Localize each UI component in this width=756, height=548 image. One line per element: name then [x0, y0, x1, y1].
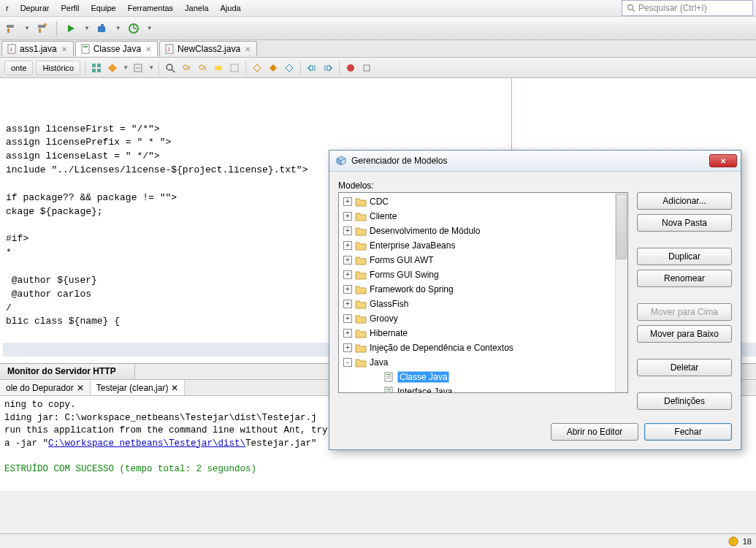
- debug-icon[interactable]: [94, 20, 110, 37]
- find-icon[interactable]: [164, 61, 177, 75]
- tree-folder[interactable]: +Cliente: [339, 209, 627, 224]
- history-button[interactable]: Histórico: [36, 61, 80, 75]
- expand-icon[interactable]: +: [343, 300, 352, 308]
- menu-item[interactable]: Perfil: [55, 1, 85, 15]
- tree-folder[interactable]: +Desenvolvimento de Módulo: [339, 224, 627, 238]
- tab[interactable]: J ass1.java ✕: [1, 41, 74, 56]
- record-icon[interactable]: [344, 61, 357, 75]
- tab[interactable]: J NewClass2.java ✕: [159, 41, 257, 56]
- tree-label: Interface Java: [397, 387, 452, 393]
- stop-icon[interactable]: [360, 61, 373, 75]
- close-button[interactable]: Fechar: [644, 423, 732, 441]
- close-icon[interactable]: ✕: [144, 45, 153, 53]
- status-bar: ! 18: [0, 533, 756, 548]
- expand-icon[interactable]: +: [343, 314, 352, 323]
- tree-folder[interactable]: +GlassFish: [339, 297, 627, 311]
- tree-folder[interactable]: -Java: [339, 355, 627, 370]
- expand-icon[interactable]: +: [343, 285, 352, 294]
- menu-item[interactable]: Equipe: [85, 1, 121, 15]
- folder-icon: [355, 283, 367, 295]
- search-input[interactable]: Pesquisar (Ctrl+I): [622, 0, 753, 16]
- profile-icon[interactable]: [126, 20, 142, 37]
- tree-item[interactable]: Classe Java: [339, 370, 627, 384]
- menu-item[interactable]: r: [0, 1, 15, 15]
- expand-icon[interactable]: +: [343, 241, 352, 250]
- http-monitor-tab[interactable]: Monitor do Servidor HTTP: [0, 364, 135, 379]
- rename-button[interactable]: Renomear: [637, 270, 732, 287]
- add-button[interactable]: Adicionar...: [637, 192, 732, 210]
- tree-label: Groovy: [370, 313, 398, 324]
- folder-icon: [355, 196, 367, 208]
- menu-item[interactable]: Depurar: [15, 1, 56, 15]
- find-prev-icon[interactable]: [180, 61, 193, 75]
- dialog-close-button[interactable]: ✕: [709, 154, 737, 167]
- svg-rect-42: [386, 389, 391, 390]
- dialog-titlebar[interactable]: Gerenciador de Modelos ✕: [329, 151, 741, 172]
- expand-icon[interactable]: +: [343, 227, 352, 235]
- diamond3-icon[interactable]: [283, 61, 296, 75]
- duplicate-button[interactable]: Duplicar: [637, 248, 732, 265]
- expand-icon[interactable]: +: [343, 212, 352, 221]
- tree-label: Java: [370, 357, 388, 368]
- find-next-icon[interactable]: [196, 61, 209, 75]
- expand-icon[interactable]: +: [343, 329, 352, 338]
- close-icon[interactable]: ✕: [171, 383, 178, 393]
- tree-folder[interactable]: +Framework do Spring: [339, 282, 627, 297]
- selection-icon[interactable]: [228, 61, 241, 75]
- diamond-icon[interactable]: [251, 61, 264, 75]
- tree-label: Desenvolvimento de Módulo: [370, 226, 480, 236]
- run-icon[interactable]: [63, 20, 79, 37]
- main-toolbar: ▼ ▼ ▼ ▼: [0, 17, 756, 40]
- notification-icon[interactable]: !: [728, 536, 738, 547]
- shift-left-icon[interactable]: [305, 61, 318, 75]
- menu-item[interactable]: Ferramentas: [122, 1, 179, 15]
- tree-folder[interactable]: +Enterprise JavaBeans: [339, 238, 627, 253]
- highlight-icon[interactable]: [212, 61, 225, 75]
- tree-folder[interactable]: +Hibernate: [339, 326, 627, 340]
- grid-icon[interactable]: [90, 61, 103, 75]
- nav-icon[interactable]: [106, 61, 119, 75]
- svg-rect-44: [386, 392, 391, 393]
- clean-build-icon[interactable]: [34, 20, 50, 37]
- svg-point-33: [347, 64, 354, 72]
- expand-icon[interactable]: +: [343, 256, 352, 265]
- tree-folder[interactable]: +Forms GUI Swing: [339, 267, 627, 282]
- output-tab[interactable]: Testejar (clean,jar)✕: [91, 380, 186, 395]
- tree-folder[interactable]: +Forms GUI AWT: [339, 253, 627, 267]
- template-tree[interactable]: +CDC+Cliente+Desenvolvimento de Módulo+E…: [338, 192, 628, 393]
- source-button[interactable]: onte: [4, 61, 33, 75]
- new-folder-button[interactable]: Nova Pasta: [637, 214, 732, 232]
- move-up-button[interactable]: Mover para Cima: [637, 303, 732, 321]
- expand-icon[interactable]: [131, 61, 145, 75]
- settings-button[interactable]: Definições: [637, 392, 732, 410]
- move-down-button[interactable]: Mover para Baixo: [637, 325, 732, 343]
- close-icon[interactable]: ✕: [60, 45, 69, 53]
- svg-text:!: !: [732, 538, 734, 546]
- close-icon[interactable]: ✕: [77, 383, 84, 393]
- expand-icon[interactable]: +: [343, 197, 352, 206]
- tree-folder[interactable]: +Injeção de Dependência e Contextos: [339, 340, 627, 355]
- shift-right-icon[interactable]: [321, 61, 335, 75]
- open-in-editor-button[interactable]: Abrir no Editor: [551, 423, 638, 441]
- svg-rect-39: [386, 376, 391, 377]
- expand-icon[interactable]: +: [343, 270, 352, 279]
- diamond2-icon[interactable]: [267, 61, 280, 75]
- menu-item[interactable]: Ajuda: [215, 1, 247, 15]
- tree-label: Enterprise JavaBeans: [370, 240, 455, 251]
- debugger-console-tab[interactable]: ole do Depurador✕: [0, 380, 91, 395]
- hammer-icon[interactable]: [3, 20, 19, 37]
- tab[interactable]: Classe Java ✕: [75, 41, 158, 56]
- tree-folder[interactable]: +CDC: [339, 194, 627, 209]
- menu-item[interactable]: Janela: [179, 1, 214, 15]
- expand-icon[interactable]: -: [343, 358, 352, 367]
- tree-folder[interactable]: +Groovy: [339, 311, 627, 326]
- template-file-icon: [80, 44, 91, 54]
- tree-item[interactable]: Interface Java: [339, 384, 627, 393]
- expand-icon[interactable]: +: [343, 343, 352, 352]
- editor-toolbar: onte Histórico ▼ ▼: [0, 58, 756, 78]
- scrollbar-thumb[interactable]: [616, 194, 627, 259]
- delete-button[interactable]: Deletar: [637, 359, 732, 376]
- close-icon[interactable]: ✕: [243, 45, 252, 53]
- scrollbar[interactable]: [615, 193, 627, 392]
- folder-icon: [355, 210, 367, 222]
